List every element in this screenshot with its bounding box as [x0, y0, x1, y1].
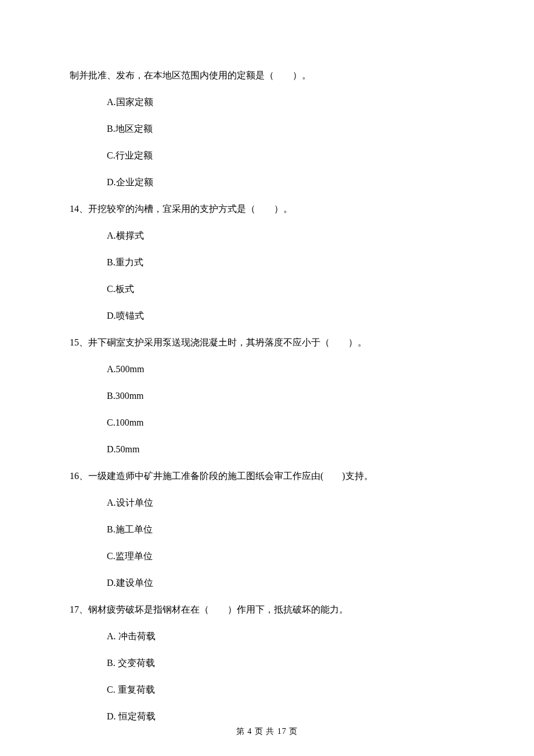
- option-a: A.设计单位: [70, 496, 464, 510]
- option-c: C.行业定额: [70, 149, 464, 163]
- question-stem-fragment: 制并批准、发布，在本地区范围内使用的定额是（ ）。: [70, 69, 464, 82]
- option-c: C.100mm: [70, 416, 464, 430]
- option-a: A.国家定额: [70, 95, 464, 109]
- page-footer: 第 4 页 共 17 页: [0, 725, 534, 737]
- option-b: B.300mm: [70, 389, 464, 403]
- question-stem: 14、开挖较窄的沟槽，宜采用的支护方式是（ ）。: [70, 202, 464, 216]
- option-b: B.施工单位: [70, 523, 464, 537]
- option-a: A.500mm: [70, 362, 464, 376]
- option-b: B.重力式: [70, 255, 464, 269]
- option-b: B.地区定额: [70, 122, 464, 136]
- option-d: D.50mm: [70, 442, 464, 456]
- option-d: D.企业定额: [70, 175, 464, 189]
- question-15: 15、井下硐室支护采用泵送现浇混凝土时，其坍落度不应小于（ ）。 A.500mm…: [70, 336, 464, 456]
- question-16: 16、一级建造师中矿井施工准备阶段的施工图纸会审工作应由( )支持。 A.设计单…: [70, 469, 464, 590]
- option-d: D.喷锚式: [70, 309, 464, 323]
- option-a: A.横撑式: [70, 229, 464, 243]
- question-stem: 16、一级建造师中矿井施工准备阶段的施工图纸会审工作应由( )支持。: [70, 469, 464, 483]
- page-container: 制并批准、发布，在本地区范围内使用的定额是（ ）。 A.国家定额 B.地区定额 …: [0, 0, 534, 756]
- option-b: B. 交变荷载: [70, 656, 464, 670]
- question-14: 14、开挖较窄的沟槽，宜采用的支护方式是（ ）。 A.横撑式 B.重力式 C.板…: [70, 202, 464, 323]
- option-c: C.监理单位: [70, 549, 464, 563]
- option-d: D.建设单位: [70, 576, 464, 590]
- question-stem: 15、井下硐室支护采用泵送现浇混凝土时，其坍落度不应小于（ ）。: [70, 336, 464, 350]
- question-17: 17、钢材疲劳破坏是指钢材在在（ ）作用下，抵抗破坏的能力。 A. 冲击荷载 B…: [70, 603, 464, 723]
- option-c: C. 重复荷载: [70, 683, 464, 697]
- question-13-continued: 制并批准、发布，在本地区范围内使用的定额是（ ）。 A.国家定额 B.地区定额 …: [70, 69, 464, 189]
- option-d: D. 恒定荷载: [70, 710, 464, 723]
- question-stem: 17、钢材疲劳破坏是指钢材在在（ ）作用下，抵抗破坏的能力。: [70, 603, 464, 617]
- option-c: C.板式: [70, 282, 464, 296]
- option-a: A. 冲击荷载: [70, 629, 464, 643]
